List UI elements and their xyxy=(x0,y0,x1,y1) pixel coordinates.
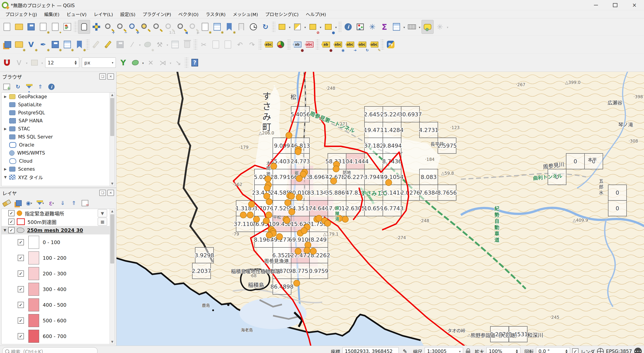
browser-item-stac[interactable]: ▶STAC xyxy=(2,125,115,133)
zoom-in-button[interactable]: ＋ xyxy=(103,20,114,34)
menu-item-5[interactable]: プラグイン(P) xyxy=(139,10,175,18)
crs-value[interactable]: EPSG:3857 xyxy=(606,349,632,353)
data-source-manager-button[interactable] xyxy=(1,38,13,51)
layer-row-1[interactable]: ✓500m到達圏▦ xyxy=(2,217,115,226)
pan-map-button[interactable] xyxy=(78,20,90,34)
new-shapefile-layer-button[interactable]: Ⅴ✱ xyxy=(25,38,37,51)
deselect-features-button[interactable]: ⊘▾ xyxy=(307,20,319,34)
select-by-location-button[interactable]: ●▾ xyxy=(322,20,334,34)
options-gear-button[interactable]: ✳ xyxy=(366,20,378,34)
avoid-overlap-button[interactable]: ▾ xyxy=(130,56,141,69)
browser-item-xyz-[interactable]: ▼XYZ タイル xyxy=(2,173,115,181)
browser-item-postgresql[interactable]: PostgreSQL xyxy=(2,109,115,117)
new-virtual-layer-button[interactable]: ✱ xyxy=(50,38,61,51)
browser-close-button[interactable]: ✕ xyxy=(107,73,114,80)
layer-diagram-button[interactable] xyxy=(275,38,286,51)
locator-search-input[interactable]: 検索（Ctrl＋K） xyxy=(2,347,98,353)
menu-item-2[interactable]: ビュー(V) xyxy=(63,10,90,18)
new-map-view-button[interactable]: ✱ xyxy=(199,20,211,34)
open-project-button[interactable] xyxy=(13,20,25,34)
browser-add-layer-button[interactable]: ＋ xyxy=(3,83,11,91)
show-spatial-bookmarks-button[interactable] xyxy=(236,20,247,34)
topological-editing-button[interactable]: Y xyxy=(118,56,129,69)
layers-close-button[interactable]: ✕ xyxy=(107,190,114,196)
python-console-button[interactable]: Py xyxy=(385,38,396,51)
menu-item-9[interactable]: プロセシング(C) xyxy=(262,10,302,18)
new-mesh-layer-button[interactable]: ✱ xyxy=(62,38,73,51)
browser-float-button[interactable]: ❏ xyxy=(99,73,106,80)
legend-checkbox[interactable]: ✓ xyxy=(18,255,24,261)
render-checkbox[interactable]: ✓ xyxy=(572,348,578,353)
legend-checkbox[interactable]: ✓ xyxy=(18,317,24,324)
menu-item-4[interactable]: 設定(S) xyxy=(116,10,139,18)
help-button[interactable]: ? xyxy=(189,56,200,69)
layer-row-2[interactable]: ▼✓250m mesh 2024 30 xyxy=(2,226,115,234)
browser-item-ms-sql-server[interactable]: MS SQL Server xyxy=(2,133,115,141)
toggle-editing-button[interactable] xyxy=(102,38,114,51)
legend-checkbox[interactable]: ✓ xyxy=(18,333,24,339)
move-label-diagram-button[interactable]: abc➔ xyxy=(344,38,356,51)
layers-filter-expression-button[interactable]: ε▾ xyxy=(48,199,56,207)
new-print-layout-button[interactable]: ✱ xyxy=(37,20,49,34)
legend-checkbox[interactable]: ✓ xyxy=(18,239,24,245)
snapping-tolerance-spin[interactable]: 12▲▼ xyxy=(45,58,79,68)
close-button[interactable]: × xyxy=(625,0,644,10)
snapping-units-combo[interactable]: px▾ xyxy=(82,58,116,68)
open-attribute-table-button[interactable]: ▾ xyxy=(391,20,402,34)
new-spatialite-layer-button[interactable]: ✒✱ xyxy=(37,38,49,51)
menu-item-8[interactable]: メッシュ(M) xyxy=(229,10,262,18)
temporal-controller-button[interactable] xyxy=(248,20,259,34)
highlight-pinned-labels-button[interactable]: abc xyxy=(304,38,315,51)
legend-checkbox[interactable]: ✓ xyxy=(18,270,24,277)
layer-labeling-button[interactable]: abc xyxy=(263,38,274,51)
scale-combo[interactable]: 1:30005▾ xyxy=(425,347,463,353)
browser-scrollbar[interactable]: ▲ ▼ xyxy=(110,93,115,186)
browser-item-geopackage[interactable]: ▶GeoPackage xyxy=(2,93,115,101)
show-sum-button[interactable]: Σ xyxy=(378,20,390,34)
menu-item-0[interactable]: プロジェクト(J) xyxy=(2,10,41,18)
layer-checkbox[interactable]: ✓ xyxy=(8,227,14,233)
layers-collapse-all-button[interactable]: ⇑ xyxy=(70,199,78,207)
browser-item-sap-hana[interactable]: SAP HANA xyxy=(2,117,115,125)
new-project-button[interactable] xyxy=(1,20,13,34)
refresh-map-button[interactable]: ↻ xyxy=(260,20,271,34)
layer-checkbox[interactable]: ✓ xyxy=(8,210,14,216)
new-geopackage-layer-button[interactable]: ✱ xyxy=(13,38,25,51)
layers-expand-all-button[interactable]: ⇓ xyxy=(58,199,67,207)
menu-item-1[interactable]: 編集(E) xyxy=(41,10,63,18)
map-canvas[interactable]: 5.40562.645925.224330.693719.47211.42844… xyxy=(116,72,644,345)
rotate-label-button[interactable]: abc↻ xyxy=(356,38,368,51)
layers-scrollbar[interactable]: ▲ ▼ xyxy=(110,209,115,344)
show-layout-manager-button[interactable]: ✦ xyxy=(50,20,61,34)
legend-checkbox[interactable]: ✓ xyxy=(18,302,24,308)
menu-item-7[interactable]: ラスタ(R) xyxy=(202,10,229,18)
extent-toggle-icon[interactable]: ✎ xyxy=(401,347,409,353)
statistical-summary-button[interactable] xyxy=(354,20,366,34)
select-features-button[interactable]: ▾ xyxy=(276,20,288,34)
messages-icon[interactable]: ••• xyxy=(634,348,642,353)
zoom-full-button[interactable]: ✥ xyxy=(127,20,138,34)
layer-checkbox[interactable]: ✓ xyxy=(8,219,14,225)
new-spatial-bookmark-button[interactable]: ✱ xyxy=(224,20,235,34)
enable-snapping-button[interactable] xyxy=(1,56,13,69)
pin-labels-button[interactable]: ab● xyxy=(291,38,303,51)
map-tips-button[interactable] xyxy=(422,20,434,34)
layers-add-group-button[interactable] xyxy=(14,199,22,207)
zoom-last-button[interactable]: ◀ xyxy=(175,20,187,34)
menu-item-3[interactable]: レイヤ(L) xyxy=(90,10,116,18)
layer-indicator-icon[interactable]: ▼ xyxy=(98,209,107,217)
zoom-to-layer-button[interactable] xyxy=(151,20,162,34)
layer-row-0[interactable]: ✓指定緊急避難場所▼ xyxy=(2,209,115,217)
browser-filter-button[interactable] xyxy=(25,83,33,91)
browser-refresh-button[interactable]: ↻ xyxy=(14,83,22,91)
new-3d-map-view-button[interactable]: ✱ xyxy=(211,20,223,34)
layers-filter-legend-button[interactable]: ▾ xyxy=(36,199,44,207)
browser-item-spatialite[interactable]: SpatiaLite xyxy=(2,101,115,109)
layers-remove-button[interactable]: − xyxy=(81,199,89,207)
crs-globe-icon[interactable] xyxy=(597,348,604,353)
coordinate-input[interactable]: 15082933, 3968452 xyxy=(342,347,399,353)
save-project-button[interactable] xyxy=(25,20,37,34)
rotation-spin[interactable]: 0.0 °▲▼ xyxy=(536,347,570,353)
browser-properties-button[interactable]: i xyxy=(48,83,56,91)
pan-to-selection-button[interactable] xyxy=(90,20,102,34)
